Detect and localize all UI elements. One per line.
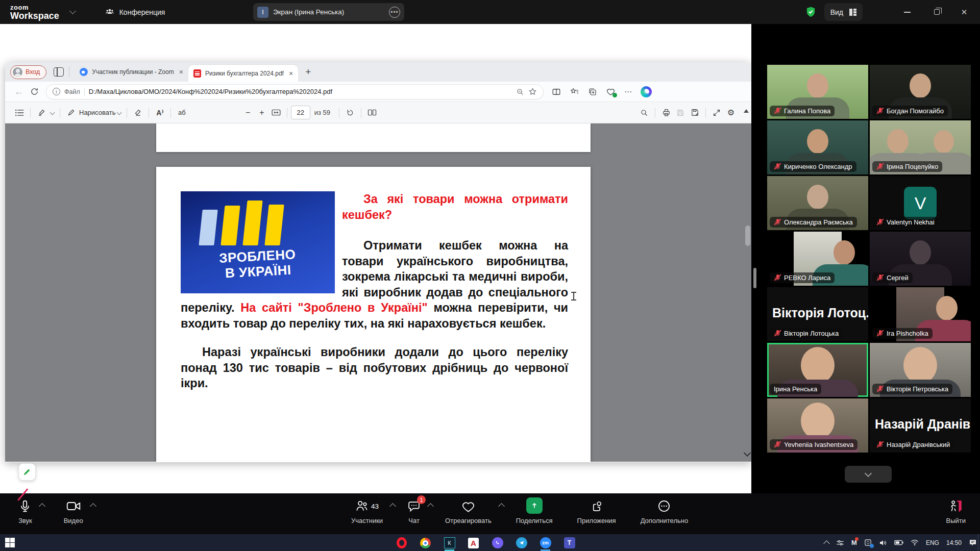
participant-tile[interactable]: Сергей — [870, 232, 971, 286]
tray-mail-icon[interactable]: M — [851, 539, 857, 546]
taskbar-viber-icon[interactable] — [492, 537, 503, 549]
participant-tile[interactable]: Назарій Дранів... Назарій Дранівський — [870, 398, 971, 453]
scroll-down-arrow[interactable] — [744, 449, 751, 457]
eraser-icon[interactable] — [131, 106, 145, 120]
annotation-pencil-button[interactable] — [18, 463, 36, 481]
participant-tile[interactable]: Yevheniia Ivashentseva — [767, 398, 868, 453]
address-url[interactable]: D:/Maxa/Циклова/ОМО/2024/Конф%202024/Риз… — [89, 88, 512, 95]
video-button[interactable]: Видео — [64, 499, 83, 524]
address-bar[interactable]: i Файл D:/Maxa/Циклова/ОМО/2024/Конф%202… — [46, 84, 544, 99]
draw-label[interactable]: Нарисовать — [79, 109, 115, 116]
scroll-up-arrow[interactable] — [744, 109, 749, 113]
participant-tile[interactable]: Богдан Помогайбо — [870, 65, 971, 119]
back-button[interactable]: ← — [11, 86, 27, 97]
zoom-out-button[interactable]: − — [241, 108, 255, 117]
copilot-icon[interactable] — [641, 86, 652, 97]
participant-tile[interactable]: Галина Попова — [767, 65, 868, 119]
participant-tile[interactable]: V Valentyn Nekhai — [870, 176, 971, 230]
tray-wifi-icon[interactable] — [911, 539, 919, 546]
settings-gear-icon[interactable]: ⚙ — [724, 106, 738, 120]
apps-button[interactable]: Приложения — [577, 499, 616, 524]
gallery-scroll-down-button[interactable] — [845, 466, 892, 483]
tab-zoom-meeting[interactable]: Участник публикации - Zoom × — [75, 64, 188, 80]
participant-tile[interactable]: Олександра Раємська — [767, 176, 868, 230]
read-aloud-icon[interactable]: A⁾ — [153, 106, 167, 120]
taskbar-telegram-icon[interactable] — [516, 537, 527, 549]
participant-tile[interactable]: Вікторія Петровська — [870, 343, 971, 397]
chevron-up-icon[interactable] — [90, 503, 96, 510]
toc-icon[interactable] — [12, 106, 27, 120]
rotate-icon[interactable] — [343, 106, 357, 120]
tray-language[interactable]: ENG — [926, 539, 939, 546]
chat-button[interactable]: 1 Чат — [407, 499, 421, 524]
highlighter-icon[interactable] — [34, 106, 48, 120]
close-button[interactable]: ✕ — [952, 0, 976, 24]
participant-tile[interactable]: Ірина Поцелуйко — [870, 120, 971, 174]
chevron-up-icon[interactable] — [427, 503, 434, 510]
scrollbar-thumb[interactable] — [745, 226, 750, 246]
chevron-down-icon[interactable] — [117, 110, 122, 115]
browser-menu-icon[interactable]: ⋯ — [624, 87, 632, 96]
browser-essentials-icon[interactable] — [606, 87, 616, 96]
tab-close-icon[interactable]: × — [289, 69, 293, 78]
more-button[interactable]: Дополнительно — [641, 499, 689, 524]
participant-tile[interactable]: Вікторія Лотоц... Вікторія Лотоцька — [767, 287, 868, 341]
chevron-up-icon[interactable] — [498, 503, 505, 510]
taskbar-zoom-icon[interactable]: zm — [540, 537, 551, 549]
tray-clock[interactable]: 14:50 — [946, 539, 962, 546]
page-number-input[interactable] — [291, 106, 310, 119]
fit-width-icon[interactable] — [269, 106, 283, 120]
view-button[interactable]: Вид — [824, 3, 863, 21]
draw-pen-icon[interactable] — [64, 106, 78, 120]
pdf-viewer[interactable]: ЗРОБЛЕНО В УКРАЇНІ За які товари можна о… — [5, 123, 751, 462]
refresh-button[interactable] — [27, 87, 42, 96]
more-options-icon[interactable]: ••• — [389, 7, 400, 18]
fullscreen-icon[interactable] — [709, 106, 724, 120]
participant-tile[interactable]: РЕВКО Лариса — [767, 232, 868, 286]
favorite-star-icon[interactable] — [528, 87, 537, 96]
leave-button[interactable]: Выйти — [946, 499, 966, 524]
browser-profile-button[interactable]: Вход — [10, 65, 46, 79]
start-button[interactable] — [5, 538, 15, 547]
chevron-up-icon[interactable] — [39, 503, 45, 510]
site-info-icon[interactable]: i — [53, 88, 60, 95]
taskbar-teams-icon[interactable]: T — [564, 537, 575, 549]
screen-share-pill[interactable]: I Экран (Ірина Ренська) ••• — [253, 3, 404, 21]
workspaces-icon[interactable] — [54, 67, 64, 77]
minimize-button[interactable] — [895, 0, 919, 24]
print-icon[interactable] — [659, 106, 673, 120]
chevron-down-icon[interactable] — [50, 110, 55, 115]
split-screen-icon[interactable] — [552, 87, 561, 96]
page-view-icon[interactable] — [365, 106, 379, 120]
tray-speaker-icon[interactable] — [879, 539, 887, 546]
collections-icon[interactable] — [588, 87, 597, 96]
participant-tile[interactable]: Ira Pishcholka — [870, 287, 971, 341]
tray-expand-icon[interactable] — [823, 540, 830, 547]
participant-tile[interactable]: Кириченко Олександр — [767, 120, 868, 174]
favorites-bar-icon[interactable] — [570, 87, 579, 96]
tray-mixer-icon[interactable] — [836, 539, 844, 546]
participant-tile-active-speaker[interactable]: Ірина Ренська — [767, 343, 868, 397]
panel-resize-handle[interactable] — [753, 268, 756, 288]
meeting-tab[interactable]: Конференция — [105, 8, 165, 17]
taskbar-opera-icon[interactable] — [396, 537, 407, 549]
chevron-up-icon[interactable] — [389, 503, 396, 510]
tray-notifications-icon[interactable] — [969, 539, 977, 546]
new-tab-button[interactable]: + — [305, 66, 311, 78]
save-as-icon[interactable] — [688, 106, 702, 120]
taskbar-a-app-icon[interactable]: A — [468, 537, 479, 549]
zoom-page-icon[interactable] — [516, 88, 524, 96]
restore-button[interactable] — [925, 0, 948, 24]
audio-button[interactable]: Звук — [18, 499, 32, 524]
tray-battery-icon[interactable] — [894, 540, 903, 545]
tab-close-icon[interactable]: × — [179, 68, 183, 76]
taskbar-chrome-icon[interactable] — [420, 537, 431, 549]
taskbar-app-icon[interactable]: К — [444, 537, 455, 549]
search-icon[interactable] — [637, 106, 651, 120]
show-desktop-sliver[interactable] — [978, 534, 980, 551]
reactions-button[interactable]: Отреагировать — [445, 499, 492, 524]
translate-icon[interactable]: aб — [175, 106, 189, 120]
share-screen-button[interactable]: Поделиться — [516, 499, 553, 524]
tray-sync-icon[interactable] — [864, 539, 872, 546]
participants-button[interactable]: 43 Участники — [351, 499, 383, 524]
